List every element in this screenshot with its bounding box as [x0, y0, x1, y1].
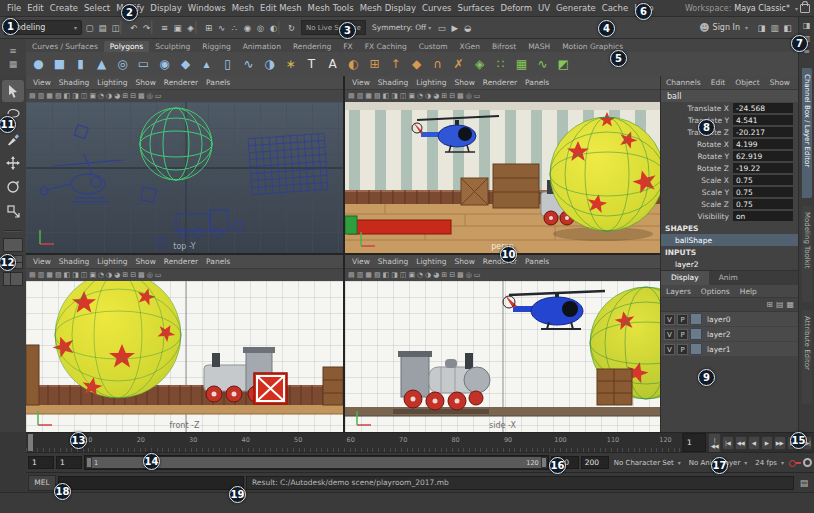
- shelf-tab[interactable]: Polygons: [104, 41, 149, 52]
- layer-row[interactable]: V P layer1: [661, 342, 798, 357]
- panel-toolbar-icon[interactable]: ◨: [391, 92, 398, 100]
- layer-editor-tab[interactable]: Display: [661, 271, 709, 285]
- sidebar-attribute-editor-icon[interactable]: ◨: [755, 20, 768, 35]
- channel-label[interactable]: Scale X: [661, 176, 733, 185]
- menu-item[interactable]: Select: [81, 3, 113, 13]
- layer-color-swatch[interactable]: [690, 313, 702, 325]
- snap-view-plane-icon[interactable]: ◎: [254, 20, 267, 35]
- paint-select-tool[interactable]: [2, 128, 24, 150]
- panel-toolbar-icon[interactable]: ▧: [55, 92, 62, 100]
- layer-color-swatch[interactable]: [690, 328, 702, 340]
- menu-item[interactable]: Help: [631, 3, 656, 13]
- channel-box-menu-item[interactable]: Edit: [706, 78, 731, 87]
- step-back-key-button[interactable]: |◀: [722, 436, 734, 450]
- range-end-handle[interactable]: [541, 457, 547, 468]
- show-channel-box-icon[interactable]: ◨: [803, 21, 811, 34]
- lasso-tool[interactable]: [2, 104, 24, 126]
- channel-label[interactable]: Scale Y: [661, 188, 733, 197]
- construction-history-icon[interactable]: ↻: [285, 20, 298, 35]
- poly-svg-icon[interactable]: A: [322, 54, 343, 75]
- mash-distribute-icon[interactable]: ∷: [490, 54, 511, 75]
- lock-icon[interactable]: [800, 4, 810, 13]
- panel-toolbar-icon[interactable]: ▩: [457, 271, 464, 279]
- playback-start-field[interactable]: 1: [56, 456, 82, 469]
- panel-toolbar-icon[interactable]: ◑: [425, 92, 431, 100]
- panel-toolbar-icon[interactable]: ⊟: [130, 271, 136, 279]
- panel-toolbar-icon[interactable]: ▤: [348, 271, 355, 279]
- panel-toolbar-icon[interactable]: ⊟: [449, 271, 455, 279]
- panel-toolbar-icon[interactable]: ◨: [391, 271, 398, 279]
- panel-menu-item[interactable]: Shading: [55, 257, 93, 266]
- new-scene-icon[interactable]: ▢: [83, 20, 96, 35]
- panel-toolbar-icon[interactable]: ◑: [106, 271, 112, 279]
- panel-toolbar-icon[interactable]: ▥: [38, 92, 45, 100]
- auto-keyframe-icon[interactable]: [789, 458, 801, 468]
- panel-toolbar-icon[interactable]: ▤: [348, 92, 355, 100]
- menu-item[interactable]: Mesh Display: [357, 3, 419, 13]
- anim-layer-dropdown[interactable]: No Anim Layer▾: [686, 459, 751, 467]
- panel-menu-item[interactable]: Renderer: [479, 257, 521, 266]
- poly-helix-icon[interactable]: ∿: [238, 54, 259, 75]
- panel-toolbar-icon[interactable]: ⊟: [130, 92, 136, 100]
- panel-toolbar-icon[interactable]: ⊟: [449, 92, 455, 100]
- shelf-tab[interactable]: Sculpting: [149, 41, 196, 52]
- range-slider-bar[interactable]: 1 120: [86, 457, 547, 468]
- panel-toolbar-icon[interactable]: ▩: [138, 92, 145, 100]
- go-to-start-button[interactable]: |◀◀: [708, 433, 720, 453]
- show-attribute-editor-icon[interactable]: ≡: [803, 47, 810, 60]
- panel-toolbar-icon[interactable]: ◔: [98, 92, 104, 100]
- time-slider-track[interactable]: 102030405060708090100110120: [26, 433, 683, 452]
- step-forward-frame-button[interactable]: ▶▶: [774, 436, 786, 450]
- menu-item[interactable]: Deform: [497, 3, 535, 13]
- channel-box-menu-item[interactable]: Channels: [661, 78, 706, 87]
- panel-toolbar-icon[interactable]: ⊞: [441, 271, 447, 279]
- panel-toolbar-icon[interactable]: ◕: [433, 92, 439, 100]
- channel-label[interactable]: Rotate Z: [661, 164, 733, 173]
- channel-value-field[interactable]: 0.75: [733, 175, 793, 185]
- sidebar-tab[interactable]: Channel Box / Layer Editor: [802, 68, 812, 198]
- top-view-canvas[interactable]: top -Y: [26, 102, 343, 253]
- snap-point-icon[interactable]: ∴: [228, 20, 241, 35]
- panel-toolbar-icon[interactable]: ◑: [106, 92, 112, 100]
- panel-menu-item[interactable]: Show: [132, 257, 160, 266]
- panel-menu-item[interactable]: Panels: [521, 257, 553, 266]
- menu-item[interactable]: File: [4, 3, 24, 13]
- shelf-tab[interactable]: Bifrost: [486, 41, 522, 52]
- mash-grid-icon[interactable]: ▦: [511, 54, 532, 75]
- channel-value-field[interactable]: -19.22: [733, 163, 793, 173]
- poly-pyramid-icon[interactable]: ▴: [196, 54, 217, 75]
- menu-set-dropdown[interactable]: Modeling ▾: [4, 20, 82, 35]
- menu-item[interactable]: Edit Mesh: [257, 3, 305, 13]
- panel-toolbar-icon[interactable]: ▩: [138, 271, 145, 279]
- panel-toolbar-icon[interactable]: ◧: [383, 92, 390, 100]
- shelf-tab[interactable]: Animation: [237, 41, 287, 52]
- shelf-tab[interactable]: FX Caching: [359, 41, 413, 52]
- layer-editor-menu-item[interactable]: Options: [696, 287, 735, 296]
- panel-toolbar-icon[interactable]: ▣: [89, 271, 96, 279]
- panel-toolbar-icon[interactable]: ◎: [466, 271, 472, 279]
- panel-toolbar-icon[interactable]: ▤: [29, 92, 36, 100]
- input-node[interactable]: layer2: [661, 258, 798, 270]
- panel-menu-item[interactable]: Shading: [374, 257, 412, 266]
- panel-menu-item[interactable]: Show: [451, 78, 479, 87]
- range-start-handle[interactable]: [86, 457, 92, 468]
- layer-playback-toggle[interactable]: P: [677, 329, 688, 340]
- panel-toolbar-icon[interactable]: ▣: [408, 92, 415, 100]
- panel-toolbar-icon[interactable]: ▧: [374, 92, 381, 100]
- channel-value-field[interactable]: on: [733, 211, 793, 221]
- channel-value-field[interactable]: 4.541: [733, 115, 793, 125]
- channel-value-field[interactable]: -20.217: [733, 127, 793, 137]
- workspace-selector[interactable]: Workspace: Maya Classic* ▾: [685, 4, 798, 13]
- live-surface-field[interactable]: No Live Surface: [301, 20, 366, 35]
- panel-menu-item[interactable]: Lighting: [412, 78, 450, 87]
- panel-toolbar-icon[interactable]: ▩: [457, 92, 464, 100]
- panel-toolbar-icon[interactable]: ▥: [357, 92, 364, 100]
- shelf-tab[interactable]: Rendering: [287, 41, 337, 52]
- panel-toolbar-icon[interactable]: ◫: [400, 271, 407, 279]
- panel-menu-item[interactable]: Shading: [55, 78, 93, 87]
- channel-box-object-name[interactable]: ball: [661, 90, 798, 102]
- layer-editor-menu-item[interactable]: Help: [735, 287, 762, 296]
- persp-outliner-layout-button[interactable]: [3, 272, 23, 286]
- snap-curve-icon[interactable]: ∿: [215, 20, 228, 35]
- panel-toolbar-icon[interactable]: ◔: [98, 271, 104, 279]
